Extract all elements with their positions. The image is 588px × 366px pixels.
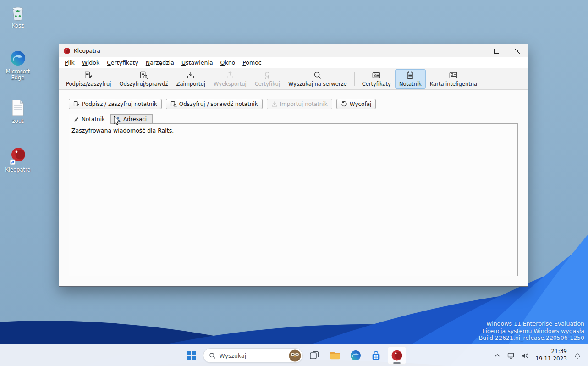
toolbar-label: Podpisz/zaszyfruj bbox=[66, 81, 111, 87]
toolbar-import[interactable]: Zaimportuj bbox=[172, 69, 209, 89]
search-placeholder: Wyszukaj bbox=[220, 352, 285, 359]
search-icon bbox=[209, 352, 216, 359]
tab-notatnik[interactable]: Notatnik bbox=[69, 114, 111, 124]
menubar: Plik Widok Certyfikaty Narzędzia Ustawie… bbox=[59, 57, 528, 68]
tray-volume[interactable] bbox=[519, 349, 531, 362]
maximize-button[interactable] bbox=[486, 44, 507, 57]
main-toolbar: Podpisz/zaszyfruj Odszyfruj/sprawdź Zaim… bbox=[59, 68, 528, 90]
revert-button[interactable]: Wycofaj bbox=[336, 99, 376, 109]
decrypt-verify-icon bbox=[139, 71, 149, 80]
pencil-icon bbox=[74, 116, 79, 122]
notepad-text: Zaszyfrowana wiadomość dla Ralts. bbox=[69, 124, 517, 137]
desktop: Kosz Microsoft Edge zout bbox=[0, 0, 588, 366]
kleopatra-icon bbox=[9, 147, 27, 165]
button-label: Importuj notatnik bbox=[280, 101, 328, 107]
desktop-icon-label: Kleopatra bbox=[5, 167, 30, 173]
button-label: Podpisz / zaszyfruj notatnik bbox=[82, 101, 157, 107]
store-button[interactable] bbox=[367, 346, 385, 365]
tray-network[interactable] bbox=[505, 349, 517, 362]
toolbar-decrypt-verify[interactable]: Odszyfruj/sprawdź bbox=[115, 69, 172, 89]
certify-icon bbox=[262, 71, 272, 80]
file-explorer-button[interactable] bbox=[326, 346, 344, 365]
desktop-icon-kleopatra[interactable]: Kleopatra bbox=[2, 147, 34, 173]
titlebar[interactable]: Kleopatra bbox=[59, 44, 528, 57]
menu-certyfikaty[interactable]: Certyfikaty bbox=[103, 58, 142, 67]
windows-watermark: Windows 11 Enterprise Evaluation Licencj… bbox=[479, 320, 584, 341]
toolbar-smartcard[interactable]: Karta inteligentna bbox=[426, 69, 481, 89]
watermark-line: Build 22621.ni_release.220506-1250 bbox=[479, 334, 584, 341]
menu-ustawienia[interactable]: Ustawienia bbox=[178, 58, 217, 67]
import-notepad-button: Importuj notatnik bbox=[267, 99, 332, 109]
task-view-button[interactable] bbox=[305, 346, 324, 365]
toolbar-label: Certyfikuj bbox=[255, 81, 280, 87]
certificates-icon bbox=[371, 71, 381, 80]
kleopatra-taskbar-button[interactable] bbox=[388, 346, 406, 365]
mouse-cursor bbox=[114, 116, 121, 126]
toolbar-lookup-server[interactable]: Wyszukaj na serwerze bbox=[284, 69, 351, 89]
toolbar-notepad[interactable]: Notatnik bbox=[395, 69, 426, 89]
windows-logo-icon bbox=[186, 350, 197, 361]
notepad-editor[interactable]: Zaszyfrowana wiadomość dla Ralts. bbox=[69, 123, 518, 276]
edge-icon bbox=[350, 349, 362, 361]
tray-chevron-up[interactable] bbox=[491, 349, 503, 362]
desktop-icon-label: zout bbox=[12, 118, 24, 124]
desktop-icon-recycle-bin[interactable]: Kosz bbox=[2, 5, 34, 29]
smartcard-icon bbox=[448, 71, 458, 80]
bell-icon bbox=[574, 352, 581, 359]
watermark-line: Licencja systemu Windows wygasła bbox=[479, 327, 584, 334]
toolbar-label: Certyfikaty bbox=[362, 81, 391, 87]
desktop-icon-edge[interactable]: Microsoft Edge bbox=[2, 50, 34, 81]
clock-time: 21:39 bbox=[535, 348, 567, 355]
toolbar-label: Karta inteligentna bbox=[430, 81, 477, 87]
edge-icon bbox=[9, 50, 27, 67]
toolbar-certificates[interactable]: Certyfikaty bbox=[358, 69, 395, 89]
menu-widok[interactable]: Widok bbox=[78, 58, 103, 67]
document-icon bbox=[11, 99, 25, 116]
edge-taskbar-button[interactable] bbox=[346, 346, 365, 365]
tab-label: Adresaci bbox=[123, 116, 147, 122]
undo-icon bbox=[341, 101, 347, 107]
microsoft-store-icon bbox=[370, 350, 382, 361]
toolbar-label: Notatnik bbox=[399, 81, 422, 87]
toolbar-label: Wyszukaj na serwerze bbox=[288, 81, 347, 87]
minimize-button[interactable] bbox=[466, 44, 486, 57]
decrypt-verify-notepad-button[interactable]: Odszyfruj / sprawdź notatnik bbox=[166, 99, 263, 109]
toolbar-sign-encrypt[interactable]: Podpisz/zaszyfruj bbox=[62, 69, 115, 89]
notification-bell[interactable] bbox=[572, 349, 583, 362]
notepad-tabs: Notatnik Adresaci bbox=[69, 114, 518, 123]
maximize-icon bbox=[494, 49, 499, 54]
sign-encrypt-icon bbox=[73, 101, 80, 107]
toolbar-label: Zaimportuj bbox=[176, 81, 205, 87]
window-title: Kleopatra bbox=[74, 48, 466, 54]
close-button[interactable] bbox=[507, 44, 528, 57]
button-label: Odszyfruj / sprawdź notatnik bbox=[179, 101, 258, 107]
watermark-line: Windows 11 Enterprise Evaluation bbox=[479, 320, 584, 327]
file-explorer-icon bbox=[329, 349, 341, 361]
notepad-icon bbox=[405, 71, 415, 80]
kleopatra-window: Kleopatra Plik Widok Certyfikaty Narzędz… bbox=[59, 44, 528, 287]
sign-encrypt-icon bbox=[83, 71, 93, 80]
import-icon bbox=[186, 71, 196, 80]
export-icon bbox=[225, 71, 235, 80]
desktop-icon-zout[interactable]: zout bbox=[2, 99, 34, 124]
menu-plik[interactable]: Plik bbox=[61, 58, 78, 67]
close-icon bbox=[515, 49, 520, 54]
clock-date: 19.11.2023 bbox=[535, 355, 567, 363]
menu-narzedzia[interactable]: Narzędzia bbox=[142, 58, 178, 67]
desktop-icon-label: Microsoft Edge bbox=[2, 69, 34, 81]
kleopatra-icon bbox=[391, 349, 403, 361]
search-box[interactable]: Wyszukaj bbox=[203, 348, 303, 363]
taskbar-clock[interactable]: 21:39 19.11.2023 bbox=[533, 348, 570, 362]
sign-encrypt-notepad-button[interactable]: Podpisz / zaszyfruj notatnik bbox=[69, 99, 162, 109]
toolbar-certify: Certyfikuj bbox=[251, 69, 284, 89]
menu-pomoc[interactable]: Pomoc bbox=[239, 58, 265, 67]
notepad-view: Podpisz / zaszyfruj notatnik Odszyfruj /… bbox=[59, 90, 528, 286]
taskbar: Wyszukaj bbox=[0, 344, 588, 366]
start-button[interactable] bbox=[182, 346, 201, 365]
desktop-icon-label: Kosz bbox=[12, 23, 24, 29]
network-icon bbox=[507, 352, 515, 359]
menu-okno[interactable]: Okno bbox=[217, 58, 239, 67]
toolbar-export: Wyeksportuj bbox=[209, 69, 251, 89]
toolbar-label: Wyeksportuj bbox=[214, 81, 247, 87]
chevron-up-icon bbox=[495, 354, 500, 357]
